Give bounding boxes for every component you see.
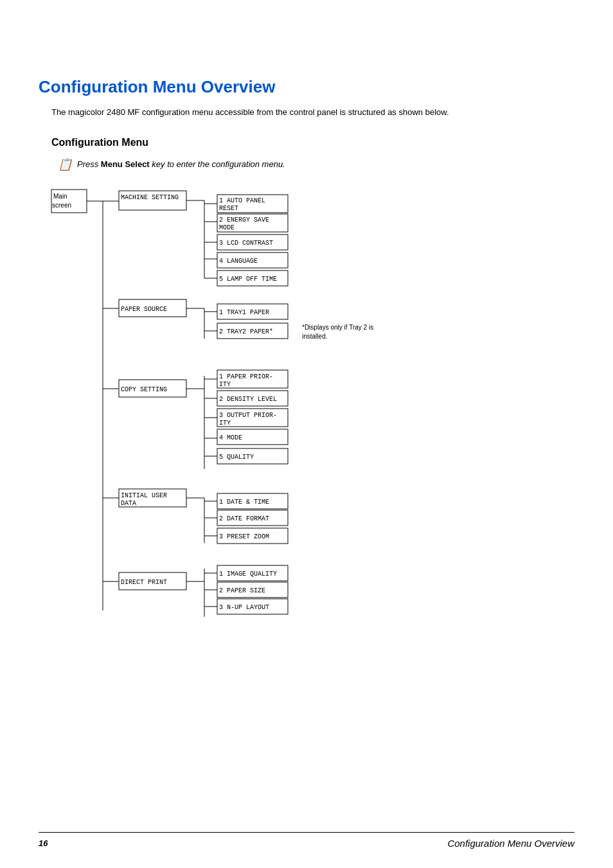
svg-text:1 PAPER PRIOR-: 1 PAPER PRIOR-: [219, 373, 273, 380]
page-footer: 16 Configuration Menu Overview: [39, 832, 574, 849]
svg-text:RESET: RESET: [219, 205, 238, 212]
svg-text:2 TRAY2 PAPER*: 2 TRAY2 PAPER*: [219, 328, 273, 335]
note-line: 📋 Press Menu Select key to enter the con…: [58, 157, 574, 172]
svg-text:2 DENSITY LEVEL: 2 DENSITY LEVEL: [219, 396, 277, 403]
svg-text:2 ENERGY SAVE: 2 ENERGY SAVE: [219, 217, 269, 224]
svg-text:Main: Main: [53, 193, 67, 200]
svg-text:2 PAPER SIZE: 2 PAPER SIZE: [219, 587, 265, 594]
note-icon: 📋: [58, 157, 72, 172]
svg-text:COPY SETTING: COPY SETTING: [121, 386, 167, 393]
svg-text:4 LANGUAGE: 4 LANGUAGE: [219, 258, 258, 265]
diagram: Main screen MACHINE SETTING 1 AUTO PANEL…: [45, 183, 574, 648]
menu-diagram-svg: Main screen MACHINE SETTING 1 AUTO PANEL…: [45, 183, 469, 646]
footer-page-number: 16: [39, 838, 48, 848]
svg-text:3 OUTPUT PRIOR-: 3 OUTPUT PRIOR-: [219, 412, 277, 419]
note-text: Press Menu Select key to enter the confi…: [77, 159, 285, 169]
svg-text:1 DATE & TIME: 1 DATE & TIME: [219, 499, 269, 506]
svg-text:PAPER SOURCE: PAPER SOURCE: [121, 306, 167, 313]
svg-text:3 LCD CONTRAST: 3 LCD CONTRAST: [219, 240, 273, 247]
svg-text:ITY: ITY: [219, 420, 231, 427]
svg-text:3 N-UP LAYOUT: 3 N-UP LAYOUT: [219, 604, 269, 611]
intro-text: The magicolor 2480 MF configuration menu…: [51, 106, 574, 119]
svg-text:1 TRAY1 PAPER: 1 TRAY1 PAPER: [219, 309, 269, 316]
page-title: Configuration Menu Overview: [39, 77, 574, 97]
svg-text:DIRECT PRINT: DIRECT PRINT: [121, 579, 167, 586]
svg-text:3 PRESET ZOOM: 3 PRESET ZOOM: [219, 533, 269, 540]
svg-text:DATA: DATA: [121, 500, 136, 507]
svg-text:1 AUTO PANEL: 1 AUTO PANEL: [219, 197, 265, 204]
footer-title: Configuration Menu Overview: [447, 838, 574, 849]
svg-text:5 QUALITY: 5 QUALITY: [219, 454, 254, 461]
svg-text:5 LAMP OFF TIME: 5 LAMP OFF TIME: [219, 276, 277, 283]
svg-text:INITIAL USER: INITIAL USER: [121, 492, 167, 499]
svg-text:2 DATE FORMAT: 2 DATE FORMAT: [219, 515, 269, 522]
note-bold: Menu Select: [101, 159, 150, 169]
svg-text:screen: screen: [52, 202, 71, 209]
svg-text:*Displays only if Tray 2 is: *Displays only if Tray 2 is: [302, 324, 373, 331]
svg-text:installed.: installed.: [302, 333, 327, 340]
svg-text:1 IMAGE QUALITY: 1 IMAGE QUALITY: [219, 571, 277, 578]
svg-text:MODE: MODE: [219, 224, 235, 231]
svg-text:4 MODE: 4 MODE: [219, 434, 242, 441]
svg-text:ITY: ITY: [219, 381, 231, 388]
section-title: Configuration Menu: [51, 137, 574, 148]
svg-text:MACHINE SETTING: MACHINE SETTING: [121, 194, 179, 201]
